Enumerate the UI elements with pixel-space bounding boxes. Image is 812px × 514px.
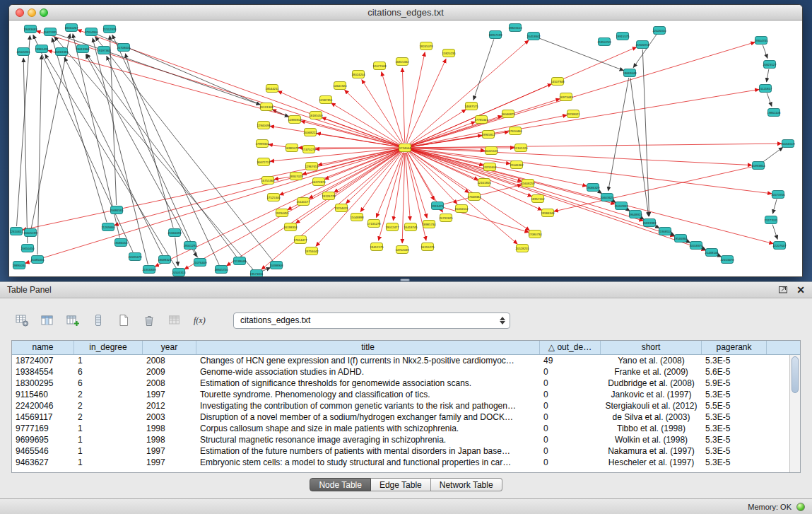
graph-node[interactable]: 20421935: [43, 28, 57, 36]
graph-node[interactable]: 15056512: [454, 205, 469, 213]
graph-node[interactable]: 19756042: [305, 247, 319, 255]
show-columns-icon[interactable]: [37, 310, 58, 331]
graph-node[interactable]: 12893912: [288, 116, 302, 124]
graph-node[interactable]: 20818383: [54, 48, 69, 56]
tab-network-table[interactable]: Network Table: [431, 478, 502, 491]
graph-node[interactable]: 16272874: [312, 178, 326, 186]
graph-node[interactable]: 16046875: [501, 110, 515, 118]
graph-node[interactable]: 18613966: [76, 45, 90, 53]
graph-edge[interactable]: [410, 144, 782, 148]
network-canvas[interactable]: 1724044168153321207700818024204146419241…: [9, 21, 802, 276]
graph-node[interactable]: 17080734: [528, 230, 542, 238]
graph-node[interactable]: 12610651: [9, 228, 23, 235]
graph-node[interactable]: 21269460: [101, 223, 115, 231]
graph-edge[interactable]: [772, 225, 777, 240]
graph-edge[interactable]: [763, 45, 767, 59]
graph-edge[interactable]: [23, 149, 400, 230]
graph-node[interactable]: 12967651: [305, 163, 319, 170]
graph-node[interactable]: 19571811: [250, 270, 264, 277]
graph-node[interactable]: 20595679: [128, 253, 142, 261]
graph-node[interactable]: 20819983: [642, 219, 657, 227]
graph-node[interactable]: 19861108: [767, 109, 781, 117]
graph-node[interactable]: 22207647: [772, 242, 787, 250]
graph-node[interactable]: 17525340: [266, 194, 281, 201]
graph-edge[interactable]: [331, 103, 401, 146]
graph-node[interactable]: 18957202: [531, 195, 545, 203]
graph-node[interactable]: 15820235: [442, 49, 456, 57]
graph-edge[interactable]: [184, 150, 401, 269]
graph-node[interactable]: 21850709: [597, 38, 611, 46]
graph-node[interactable]: 14702039: [395, 246, 409, 254]
graph-node[interactable]: 17470274: [302, 146, 316, 153]
table-selector[interactable]: citations_edges.txt: [233, 313, 510, 329]
graph-node[interactable]: 17785347: [474, 116, 488, 124]
column-header-short[interactable]: short: [601, 341, 702, 354]
graph-node[interactable]: 22005931: [16, 48, 30, 56]
graph-node[interactable]: 18024204: [351, 71, 365, 78]
graph-node[interactable]: 21908516: [658, 228, 672, 235]
graph-edge[interactable]: [410, 42, 755, 146]
graph-node[interactable]: 21052933: [614, 202, 628, 210]
graph-edge[interactable]: [608, 78, 629, 191]
graph-edge[interactable]: [630, 78, 649, 216]
close-window-button[interactable]: [16, 8, 24, 17]
graph-node[interactable]: 16155275: [420, 243, 435, 251]
graph-node[interactable]: 11254419: [335, 204, 348, 212]
graph-edge[interactable]: [324, 150, 400, 180]
graph-node[interactable]: 16418745: [404, 223, 418, 231]
graph-edge[interactable]: [442, 185, 522, 204]
graph-node[interactable]: 20398908: [269, 262, 283, 269]
graph-node[interactable]: 16815332: [395, 58, 409, 66]
graph-node[interactable]: 17999355: [255, 140, 269, 148]
table-row[interactable]: 1830029562008Estimation of significance …: [12, 378, 800, 389]
graph-node[interactable]: 19648923: [628, 211, 642, 218]
graph-edge[interactable]: [407, 59, 446, 143]
column-header-year[interactable]: year: [143, 341, 196, 354]
graph-node[interactable]: 21277011: [765, 216, 778, 224]
graph-node[interactable]: 14507948: [551, 78, 565, 86]
graph-node[interactable]: 18945720: [214, 266, 228, 274]
graph-node[interactable]: 19197363: [97, 47, 111, 54]
graph-node[interactable]: 17668384: [467, 193, 481, 201]
graph-node[interactable]: 18698321: [158, 256, 172, 264]
column-header-out_de[interactable]: △ out_de…: [540, 341, 601, 354]
graph-node[interactable]: 20708005: [117, 44, 131, 52]
graph-node[interactable]: 19965431: [35, 45, 49, 53]
graph-edge[interactable]: [269, 144, 287, 147]
graph-node[interactable]: 19086053: [114, 239, 128, 247]
graph-node[interactable]: 20503313: [172, 269, 186, 276]
graph-node[interactable]: 16973442: [559, 93, 573, 101]
graph-edge[interactable]: [767, 69, 769, 82]
graph-node[interactable]: 21926974: [635, 41, 649, 49]
graph-node[interactable]: 12161816: [477, 179, 491, 187]
table-row[interactable]: 946362711997Embryonic stem cells: a mode…: [12, 457, 800, 468]
graph-node[interactable]: 18985734: [422, 221, 436, 228]
graph-edge[interactable]: [23, 58, 28, 243]
graph-node[interactable]: 19965812: [481, 131, 495, 139]
graph-node[interactable]: 14641924: [333, 82, 347, 90]
graph-node[interactable]: 15993854: [751, 162, 765, 170]
new-table-icon[interactable]: [113, 310, 134, 331]
graph-node[interactable]: 20732625: [439, 214, 453, 222]
graph-edge[interactable]: [763, 147, 783, 163]
graph-edge[interactable]: [48, 50, 401, 146]
tab-node-table[interactable]: Node Table: [310, 478, 371, 491]
graph-node[interactable]: 21085055: [30, 256, 45, 264]
graph-edge[interactable]: [772, 199, 777, 214]
graph-node[interactable]: 20453842: [526, 33, 541, 40]
graph-node[interactable]: 19483683: [23, 25, 37, 33]
graph-node[interactable]: 16755369: [261, 177, 275, 185]
graph-node[interactable]: 17554300: [84, 28, 98, 36]
rows-icon[interactable]: [88, 310, 109, 331]
table-row[interactable]: 969969511998Structural magnetic resonanc…: [12, 434, 800, 445]
create-column-icon[interactable]: [62, 310, 83, 331]
graph-node[interactable]: 20605199: [23, 229, 37, 237]
graph-edge[interactable]: [107, 56, 198, 257]
column-header-title[interactable]: title: [196, 341, 540, 354]
graph-edge[interactable]: [112, 35, 219, 265]
vertical-scrollbar[interactable]: [789, 355, 800, 472]
graph-node[interactable]: 19086329: [586, 184, 600, 192]
graph-node[interactable]: 20068222: [303, 129, 317, 136]
graph-node[interactable]: 22426310: [652, 27, 666, 35]
graph-node[interactable]: 12940098: [257, 122, 271, 129]
